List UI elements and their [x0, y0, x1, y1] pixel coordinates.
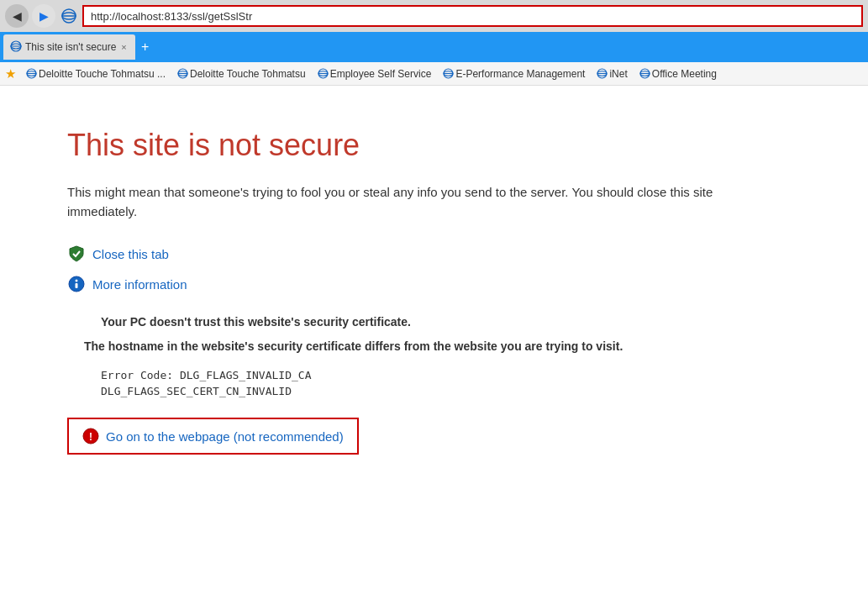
- active-tab[interactable]: This site isn't secure ×: [3, 34, 135, 60]
- favorites-bar: ★ Deloitte Touche Tohmatsu ... Deloitte …: [0, 62, 868, 86]
- tab-label: This site isn't secure: [25, 41, 116, 53]
- green-shield-icon: [67, 245, 86, 263]
- fav-ie-icon-5: [639, 68, 650, 79]
- page-title: This site is not secure: [67, 128, 801, 163]
- fav-label-3: E-Performance Management: [455, 68, 585, 80]
- fav-item-3[interactable]: E-Performance Management: [438, 66, 590, 82]
- hostname-line: The hostname in the website's security c…: [84, 338, 801, 355]
- svg-point-25: [76, 280, 78, 282]
- address-input[interactable]: [82, 5, 863, 27]
- error-code-2: DLG_FLAGS_SEC_CERT_CN_INVALID: [101, 385, 801, 397]
- ie-logo-icon: [60, 8, 77, 24]
- error-code-1: Error Code: DLG_FLAGS_INVALID_CA: [101, 369, 801, 381]
- goto-label: Go on to the webpage (not recommended): [106, 429, 344, 444]
- more-info-link[interactable]: More information: [67, 275, 801, 293]
- back-icon: ◀: [13, 9, 22, 23]
- fav-ie-icon-2: [318, 68, 329, 79]
- fav-label-5: Office Meeting: [652, 68, 717, 80]
- close-tab-label: Close this tab: [92, 247, 169, 261]
- fav-label-1: Deloitte Touche Tohmatsu: [190, 68, 306, 80]
- goto-webpage-button[interactable]: ! Go on to the webpage (not recommended): [67, 418, 359, 455]
- warning-red-icon: !: [82, 428, 99, 444]
- fav-ie-icon-4: [597, 68, 608, 79]
- new-tab-button[interactable]: +: [135, 37, 155, 57]
- address-bar-row: ◀ ▶: [0, 0, 868, 32]
- fav-item-2[interactable]: Employee Self Service: [313, 66, 437, 82]
- fav-ie-icon-1: [177, 68, 188, 79]
- close-tab-link[interactable]: Close this tab: [67, 245, 801, 263]
- trust-line: Your PC doesn't trust this website's sec…: [101, 313, 801, 331]
- fav-item-4[interactable]: iNet: [592, 66, 632, 82]
- page-content: This site is not secure This might mean …: [0, 86, 868, 589]
- svg-rect-26: [76, 283, 78, 288]
- info-circle-icon: [67, 275, 86, 293]
- fav-label-4: iNet: [609, 68, 627, 80]
- more-info-label: More information: [92, 277, 187, 292]
- back-button[interactable]: ◀: [5, 4, 29, 28]
- page-description: This might mean that someone's trying to…: [67, 183, 756, 221]
- svg-text:!: !: [89, 431, 92, 443]
- fav-label-0: Deloitte Touche Tohmatsu ...: [39, 68, 166, 80]
- forward-icon: ▶: [39, 9, 49, 23]
- fav-item-0[interactable]: Deloitte Touche Tohmatsu ...: [21, 66, 171, 82]
- fav-item-1[interactable]: Deloitte Touche Tohmatsu: [172, 66, 311, 82]
- fav-ie-icon-0: [26, 68, 37, 79]
- forward-button[interactable]: ▶: [32, 4, 55, 28]
- security-info-block: Your PC doesn't trust this website's sec…: [67, 313, 801, 355]
- tab-bar: This site isn't secure × +: [0, 32, 868, 62]
- tab-close-button[interactable]: ×: [119, 41, 128, 53]
- favorites-star-icon: ★: [5, 66, 16, 82]
- tab-ie-icon: [10, 40, 22, 55]
- fav-ie-icon-3: [443, 68, 454, 79]
- fav-label-2: Employee Self Service: [330, 68, 432, 80]
- error-codes-block: Error Code: DLG_FLAGS_INVALID_CA DLG_FLA…: [67, 369, 801, 397]
- fav-item-5[interactable]: Office Meeting: [634, 66, 722, 82]
- browser-window: ◀ ▶ This site isn't secure ×: [0, 0, 868, 589]
